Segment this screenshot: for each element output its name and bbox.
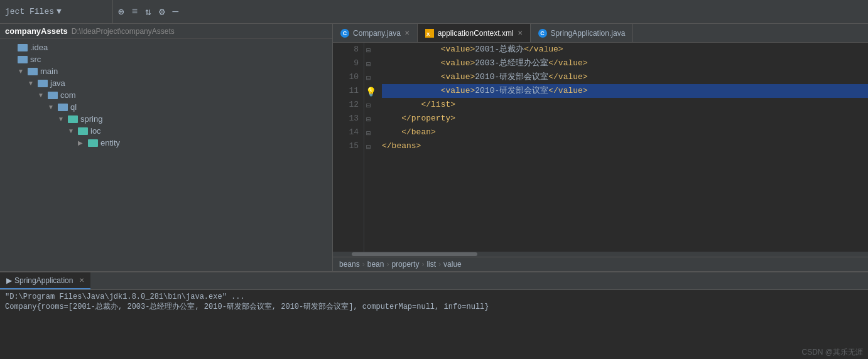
tree-arrow: ▼ <box>48 104 55 110</box>
tree-item-ql[interactable]: ▼ ql <box>0 101 332 113</box>
tree-item-spring[interactable]: ▼ spring <box>0 113 332 125</box>
top-bar: ject Files ▼ ⊕ ≡ ⇅ ⚙ — <box>0 0 868 24</box>
breadcrumb-sep-1: › <box>362 260 365 269</box>
tree-item-label: com <box>60 90 76 100</box>
bottom-tab-label: SpringApplication <box>14 276 73 285</box>
run-icon: ▶ <box>6 276 12 285</box>
gutter: ⊟ ⊟ ⊟ 💡 ⊟ ⊟ ⊟ ⊟ <box>364 43 377 252</box>
folder-icon <box>28 68 38 75</box>
fold-icon-12[interactable]: ⊟ <box>366 101 371 110</box>
tab-applicationcontext-xml[interactable]: X applicationContext.xml ✕ <box>418 24 531 42</box>
tree-item-ioc[interactable]: ▼ ioc <box>0 125 332 137</box>
project-files-section: ject Files ▼ <box>0 0 113 23</box>
breadcrumb-item-list[interactable]: list <box>426 260 436 269</box>
tree-item-label: ql <box>70 102 77 112</box>
code-line-9: <value>2003-总经理办公室</value> <box>382 56 868 70</box>
tree-arrow: ▼ <box>28 80 35 87</box>
tree-arrow: ▼ <box>18 68 25 75</box>
fold-icon-8[interactable]: ⊟ <box>366 46 371 55</box>
cmd-line: "D:\Program Files\Java\jdk1.8.0_281\bin\… <box>5 292 863 301</box>
code-line-8: <value>2001-总裁办</value> <box>382 43 868 56</box>
tab-close-icon[interactable]: ✕ <box>404 29 410 36</box>
bottom-tab-springapplication[interactable]: ▶ SpringApplication ✕ <box>0 272 90 289</box>
tree-arrow: ▼ <box>68 127 75 134</box>
fold-icon-9[interactable]: ⊟ <box>366 60 371 69</box>
code-line-13: </property> <box>382 112 868 126</box>
tree-item-label: .idea <box>30 43 48 52</box>
tree-item-label: entity <box>100 138 120 147</box>
breadcrumb-item-beans[interactable]: beans <box>339 260 360 269</box>
code-line-10: <value>2010-研发部会议室</value> <box>382 70 868 84</box>
line-num-15: 15 <box>338 139 359 153</box>
list-icon[interactable]: ≡ <box>132 6 138 18</box>
breadcrumb-item-bean[interactable]: bean <box>367 260 384 269</box>
add-icon[interactable]: ⊕ <box>118 6 124 18</box>
bottom-tab-close-icon[interactable]: ✕ <box>79 277 84 284</box>
output-line: Company{rooms=[2001-总裁办, 2003-总经理办公室, 20… <box>5 301 863 312</box>
tree-arrow: ▼ <box>58 115 65 122</box>
fold-icon-13[interactable]: ⊟ <box>366 115 371 124</box>
settings-icon[interactable]: ⚙ <box>159 6 165 18</box>
tab-company-java[interactable]: C Company.java ✕ <box>333 24 418 42</box>
breadcrumb-item-property[interactable]: property <box>391 260 419 269</box>
tree-item-label: java <box>50 78 65 88</box>
tree-item-com[interactable]: ▼ com <box>0 89 332 101</box>
breadcrumb-sep-4: › <box>438 260 441 269</box>
line-num-8: 8 <box>338 43 359 56</box>
file-tree: .idea src ▼ main ▼ java <box>0 39 332 271</box>
minimize-icon[interactable]: — <box>173 6 179 18</box>
csdn-watermark: CSDN @其乐无涯 <box>0 346 868 359</box>
project-header: companyAssets D:\IdeaProject\companyAsse… <box>0 24 332 39</box>
tab-label: Company.java <box>353 29 401 38</box>
tab-close-icon[interactable]: ✕ <box>518 29 523 36</box>
line-num-10: 10 <box>338 70 359 84</box>
folder-icon <box>18 56 28 63</box>
project-files-label[interactable]: ject Files <box>5 7 54 16</box>
breadcrumb-item-value[interactable]: value <box>443 260 462 269</box>
tab-label: SpringApplication.java <box>551 29 626 38</box>
fold-icon-10[interactable]: ⊟ <box>366 73 371 83</box>
tabs-bar: C Company.java ✕ X applicationContext.xm… <box>333 24 868 43</box>
tree-item-entity[interactable]: ▶ entity <box>0 137 332 149</box>
code-lines[interactable]: <value>2001-总裁办</value> <value>2003-总经理办… <box>377 43 868 252</box>
tree-item-java[interactable]: ▼ java <box>0 77 332 89</box>
line-num-11: 11 <box>338 84 359 98</box>
svg-text:X: X <box>426 31 430 37</box>
fold-icon-15[interactable]: ⊟ <box>366 142 371 152</box>
tree-arrow: ▼ <box>38 92 45 99</box>
code-line-11: <value>2010-研发部会议室</value> <box>382 84 868 98</box>
code-line-15: </beans> <box>382 139 868 153</box>
tab-label: applicationContext.xml <box>438 29 514 38</box>
java-icon: C <box>538 29 547 38</box>
tree-item-label: main <box>40 67 58 76</box>
lightbulb-icon[interactable]: 💡 <box>366 87 376 97</box>
xml-icon: X <box>425 29 434 38</box>
folder-icon <box>88 139 98 147</box>
tree-item-src[interactable]: src <box>0 53 332 65</box>
scrollbar-thumb[interactable] <box>352 252 477 256</box>
tab-springapplication-java[interactable]: C SpringApplication.java <box>531 24 634 42</box>
line-num-13: 13 <box>338 112 359 126</box>
project-path: D:\IdeaProject\companyAssets <box>72 27 175 36</box>
bottom-tabs: ▶ SpringApplication ✕ <box>0 272 868 290</box>
fold-icon-14[interactable]: ⊟ <box>366 129 371 138</box>
bottom-panel: ▶ SpringApplication ✕ "D:\Program Files\… <box>0 271 868 359</box>
folder-icon <box>78 127 88 135</box>
folder-icon <box>68 115 78 123</box>
folder-icon <box>38 80 48 87</box>
folder-icon <box>58 104 68 111</box>
tree-item-label: src <box>30 55 41 64</box>
editor-area: C Company.java ✕ X applicationContext.xm… <box>333 24 868 271</box>
folder-icon <box>48 92 58 99</box>
editor-content: 8 9 10 11 12 13 14 15 ⊟ ⊟ ⊟ 💡 ⊟ ⊟ ⊟ ⊟ <box>333 43 868 252</box>
tree-item-label: ioc <box>90 126 101 136</box>
bottom-content: "D:\Program Files\Java\jdk1.8.0_281\bin\… <box>0 290 868 346</box>
sort-icon[interactable]: ⇅ <box>145 6 151 18</box>
editor-scrollbar[interactable] <box>333 252 868 257</box>
tree-item-main[interactable]: ▼ main <box>0 65 332 77</box>
toolbar-icons: ⊕ ≡ ⇅ ⚙ — <box>113 6 183 18</box>
dropdown-arrow-icon[interactable]: ▼ <box>57 7 62 16</box>
main-content: companyAssets D:\IdeaProject\companyAsse… <box>0 24 868 271</box>
tree-item-label: spring <box>80 114 102 124</box>
tree-item-idea[interactable]: .idea <box>0 41 332 53</box>
